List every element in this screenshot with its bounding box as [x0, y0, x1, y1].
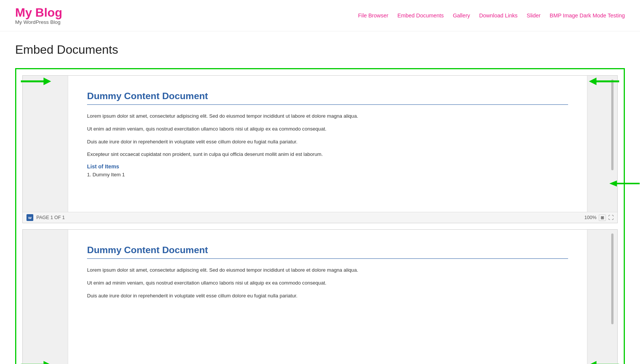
brand-title[interactable]: My Blog — [15, 6, 62, 19]
nav-embed-documents[interactable]: Embed Documents — [397, 12, 444, 19]
nav-slider[interactable]: Slider — [527, 12, 541, 19]
doc-list-item-1-0: 1. Dummy Item 1 — [87, 172, 568, 177]
doc-viewer-1: Dummy Content Document Lorem ipsum dolor… — [22, 75, 618, 223]
doc-para-1-1: Ut enim ad minim veniam, quis nostrud ex… — [87, 125, 568, 133]
doc-content-2: Dummy Content Document Lorem ipsum dolor… — [68, 230, 587, 364]
doc-sidebar-2 — [23, 230, 68, 364]
toolbar-right-1: 100% ⊞ ⛶ — [584, 215, 614, 221]
nav-bmp-testing[interactable]: BMP Image Dark Mode Testing — [550, 12, 625, 19]
doc-list-title-1: List of Items — [87, 163, 568, 170]
page-label-1: PAGE 1 OF 1 — [36, 215, 65, 220]
doc-para-1-0: Lorem ipsum dolor sit amet, consectetur … — [87, 112, 568, 120]
annotation-box: Dummy Content Document Lorem ipsum dolor… — [15, 68, 625, 364]
zoom-level-1: 100% — [584, 215, 596, 220]
fullscreen-btn-1[interactable]: ⛶ — [608, 215, 614, 221]
toolbar-left-1: W PAGE 1 OF 1 — [26, 214, 65, 221]
doc-viewer-inner-2: Dummy Content Document Lorem ipsum dolor… — [23, 230, 617, 364]
doc-scrollbar-1[interactable] — [611, 79, 614, 170]
doc-sidebar-1 — [23, 76, 68, 212]
doc-toolbar-1: W PAGE 1 OF 1 100% ⊞ ⛶ — [23, 212, 617, 223]
doc-scrollbar-2[interactable] — [611, 233, 614, 324]
doc-title-1: Dummy Content Document — [87, 91, 568, 105]
doc-para-1-3: Excepteur sint occaecat cupidatat non pr… — [87, 151, 568, 158]
doc-para-1-2: Duis aute irure dolor in reprehenderit i… — [87, 138, 568, 146]
doc-para-2-0: Lorem ipsum dolor sit amet, consectetur … — [87, 266, 568, 274]
doc-viewer-inner-1: Dummy Content Document Lorem ipsum dolor… — [23, 76, 617, 212]
annotation-container: Dummy Content Document Lorem ipsum dolor… — [15, 68, 625, 364]
nav-download-links[interactable]: Download Links — [479, 12, 518, 19]
doc-right-panel-1 — [587, 76, 617, 212]
brand-block: My Blog My WordPress Blog — [15, 6, 62, 25]
word-icon-1: W — [26, 214, 33, 221]
nav-gallery[interactable]: Gallery — [453, 12, 470, 19]
brand-subtitle: My WordPress Blog — [15, 19, 62, 25]
doc-para-2-1: Ut enim ad minim veniam, quis nostrud ex… — [87, 279, 568, 287]
doc-right-panel-2 — [587, 230, 617, 364]
main-content: Embed Documents — [0, 31, 640, 364]
site-header: My Blog My WordPress Blog File Browser E… — [0, 0, 640, 31]
doc-viewer-2: Dummy Content Document Lorem ipsum dolor… — [22, 229, 618, 364]
main-nav: File Browser Embed Documents Gallery Dow… — [358, 12, 625, 19]
view-options-btn-1[interactable]: ⊞ — [599, 215, 606, 221]
page-title: Embed Documents — [15, 43, 625, 57]
nav-file-browser[interactable]: File Browser — [358, 12, 388, 19]
doc-para-2-2: Duis aute irure dolor in reprehenderit i… — [87, 292, 568, 300]
doc-title-2: Dummy Content Document — [87, 245, 568, 259]
doc-content-1: Dummy Content Document Lorem ipsum dolor… — [68, 76, 587, 212]
